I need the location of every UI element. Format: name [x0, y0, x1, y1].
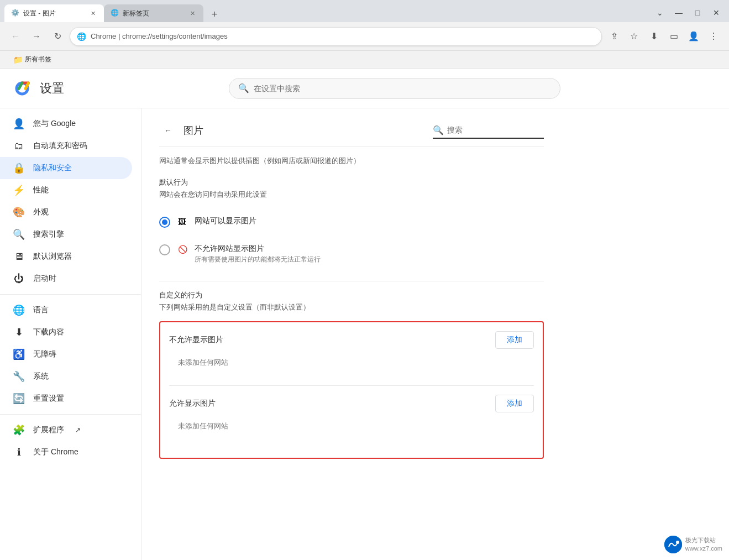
chrome-logo — [13, 80, 31, 97]
minimize-window-button[interactable]: — — [670, 7, 687, 19]
bookmarks-label: 所有书签 — [25, 55, 51, 64]
sidebar-item-reset[interactable]: 🔄 重置设置 — [0, 388, 132, 410]
content-inner: ← 图片 🔍 网站通常会显示图片以提供插图（例如网店或新闻报道的图片） 默认行为… — [141, 108, 562, 472]
settings-body: 👤 您与 Google 🗂 自动填充和密码 🔒 隐私和安全 ⚡ 性能 🎨 — [0, 108, 729, 560]
radio-block-subtitle: 所有需要使用图片的功能都将无法正常运行 — [195, 255, 321, 264]
radio-allow[interactable]: 🖼 网站可以显示图片 — [159, 208, 544, 236]
window-controls: ⌄ — □ ✕ — [652, 7, 725, 22]
sidebar-divider-2 — [0, 414, 141, 415]
sidebar-item-search[interactable]: 🔍 搜索引擎 — [0, 223, 132, 245]
settings-tab-close[interactable]: ✕ — [88, 9, 97, 18]
sidebar-item-autofill[interactable]: 🗂 自动填充和密码 — [0, 135, 132, 157]
sidebar-divider — [0, 294, 141, 295]
description-text: 网站通常会显示图片以提供插图（例如网店或新闻报道的图片） — [159, 155, 544, 166]
language-icon: 🌐 — [13, 305, 24, 316]
external-link-icon: ↗ — [75, 426, 81, 434]
radio-block[interactable]: 🚫 不允许网站显示图片 所有需要使用图片的功能都将无法正常运行 — [159, 236, 544, 272]
sidebar-item-extensions[interactable]: 🧩 扩展程序 ↗ — [0, 419, 132, 441]
watermark-text: 极光下载站 www.xz7.com — [685, 536, 722, 553]
google-icon: 👤 — [13, 118, 24, 129]
sidebar-item-google[interactable]: 👤 您与 Google — [0, 113, 132, 135]
radio-block-circle[interactable] — [159, 244, 170, 255]
forward-button[interactable]: → — [28, 28, 45, 45]
tab-newtab[interactable]: 🌐 新标签页 ✕ — [104, 4, 203, 22]
allow-add-button[interactable]: 添加 — [495, 395, 534, 412]
sidebar-item-about[interactable]: ℹ 关于 Chrome — [0, 441, 132, 463]
sidebar-item-accessibility[interactable]: ♿ 无障碍 — [0, 343, 132, 365]
share-button[interactable]: ⇪ — [605, 28, 623, 45]
block-images-icon: 🚫 — [178, 245, 189, 256]
content-back-button[interactable]: ← — [159, 122, 177, 139]
default-behavior-label: 默认行为 — [159, 177, 544, 187]
sidebar-item-startup[interactable]: ⏻ 启动时 — [0, 268, 132, 290]
system-icon: 🔧 — [13, 371, 24, 382]
download-button[interactable]: ⬇ — [645, 28, 663, 45]
autofill-icon: 🗂 — [13, 140, 24, 151]
settings-search-input[interactable] — [254, 84, 551, 93]
sidebar-item-language[interactable]: 🌐 语言 — [0, 299, 132, 321]
newtab-tab-title: 新标签页 — [123, 9, 185, 18]
extensions-icon: 🧩 — [13, 425, 24, 436]
title-bar: ⚙️ 设置 - 图片 ✕ 🌐 新标签页 ✕ + ⌄ — □ ✕ — [0, 0, 729, 22]
chrome-label: Chrome — [91, 32, 116, 40]
page-header-left: ← 图片 — [159, 122, 203, 139]
sidebar-privacy-label: 隐私和安全 — [33, 163, 72, 173]
block-subsection: 不允许显示图片 添加 未添加任何网站 — [169, 331, 534, 372]
sidebar-language-label: 语言 — [33, 305, 49, 315]
page-title: 图片 — [183, 124, 203, 137]
minimize-button[interactable]: ⌄ — [652, 7, 668, 19]
radio-allow-title: 网站可以显示图片 — [195, 216, 256, 226]
sidebar-downloads-label: 下载内容 — [33, 327, 64, 337]
close-button[interactable]: ✕ — [708, 7, 725, 19]
back-button[interactable]: ← — [7, 28, 24, 45]
bookmark-button[interactable]: ☆ — [625, 28, 643, 45]
profile-button[interactable]: 👤 — [685, 28, 702, 45]
search-icon: 🔍 — [238, 83, 249, 93]
search-engine-icon: 🔍 — [13, 229, 24, 240]
allow-empty-text: 未添加任何网站 — [169, 417, 534, 436]
downloads-icon: ⬇ — [13, 327, 24, 338]
sidebar-performance-label: 性能 — [33, 185, 49, 195]
tab-search-button[interactable]: ▭ — [665, 28, 683, 45]
settings-search-bar[interactable]: 🔍 — [229, 78, 560, 99]
allow-subsection: 允许显示图片 添加 未添加任何网站 — [169, 395, 534, 436]
sidebar-item-appearance[interactable]: 🎨 外观 — [0, 201, 132, 223]
privacy-icon: 🔒 — [13, 163, 24, 174]
radio-allow-circle[interactable] — [159, 217, 170, 228]
newtab-tab-close[interactable]: ✕ — [188, 9, 197, 18]
sidebar-item-system[interactable]: 🔧 系统 — [0, 365, 132, 388]
default-browser-icon: 🖥 — [13, 251, 24, 262]
sidebar-item-privacy[interactable]: 🔒 隐私和安全 — [0, 157, 132, 179]
new-tab-button[interactable]: + — [207, 7, 222, 22]
sidebar-system-label: 系统 — [33, 371, 49, 381]
custom-behavior-area: 不允许显示图片 添加 未添加任何网站 允许显示图片 添加 — [159, 321, 544, 459]
tab-settings[interactable]: ⚙️ 设置 - 图片 ✕ — [4, 4, 104, 22]
sidebar-autofill-label: 自动填充和密码 — [33, 141, 87, 151]
reload-button[interactable]: ↻ — [49, 28, 66, 45]
settings-page: 设置 🔍 👤 您与 Google 🗂 自动填充和密码 — [0, 69, 729, 560]
reset-icon: 🔄 — [13, 393, 24, 404]
sidebar-item-downloads[interactable]: ⬇ 下载内容 — [0, 321, 132, 343]
sidebar-item-default-browser[interactable]: 🖥 默认浏览器 — [0, 245, 132, 268]
page-search[interactable]: 🔍 — [433, 123, 544, 139]
sidebar-appearance-label: 外观 — [33, 207, 49, 217]
menu-button[interactable]: ⋮ — [705, 28, 722, 45]
settings-search-container: 🔍 — [73, 78, 716, 99]
sidebar-item-performance[interactable]: ⚡ 性能 — [0, 179, 132, 201]
settings-header: 设置 🔍 — [0, 69, 729, 108]
nav-actions: ⇪ ☆ ⬇ ▭ 👤 ⋮ — [605, 28, 722, 45]
bookmarks-folder[interactable]: 📁 所有书签 — [9, 53, 56, 66]
radio-block-content: 🚫 不允许网站显示图片 所有需要使用图片的功能都将无法正常运行 — [178, 244, 321, 264]
appearance-icon: 🎨 — [13, 207, 24, 218]
block-add-button[interactable]: 添加 — [495, 331, 534, 349]
settings-title: 设置 — [40, 80, 64, 97]
page-search-input[interactable] — [447, 125, 544, 134]
sidebar: 👤 您与 Google 🗂 自动填充和密码 🔒 隐私和安全 ⚡ 性能 🎨 — [0, 108, 141, 560]
watermark-line2: www.xz7.com — [685, 545, 722, 553]
radio-allow-content: 🖼 网站可以显示图片 — [178, 216, 256, 228]
allow-section-label: 允许显示图片 — [169, 399, 216, 409]
sidebar-accessibility-label: 无障碍 — [33, 349, 56, 359]
startup-icon: ⏻ — [13, 273, 24, 284]
maximize-button[interactable]: □ — [689, 7, 706, 19]
address-bar[interactable]: 🌐 Chrome | chrome://settings/content/ima… — [70, 27, 602, 46]
